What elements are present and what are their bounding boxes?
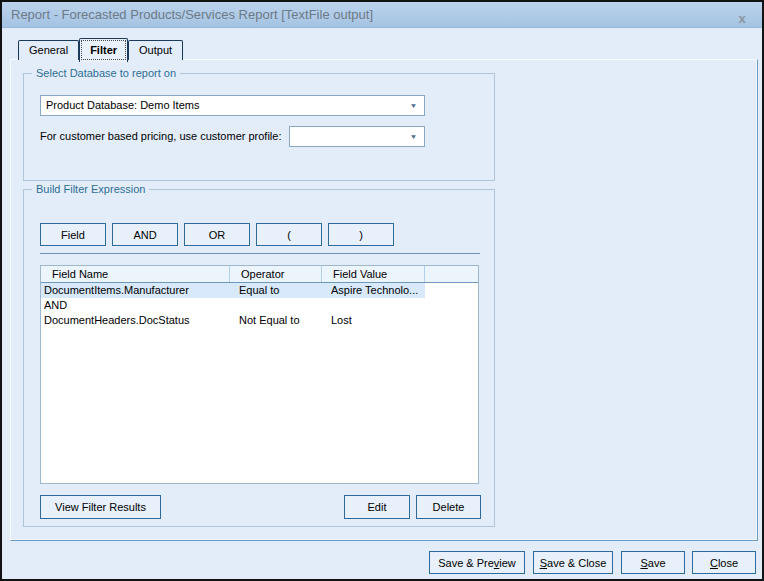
edit-button[interactable]: Edit — [344, 495, 410, 519]
chevron-down-icon[interactable]: ▼ — [407, 131, 420, 141]
select-database-group: Select Database to report on Product Dat… — [23, 73, 495, 181]
build-filter-group: Build Filter Expression Field AND OR ( )… — [23, 189, 495, 527]
title-bar: Report - Forecasted Products/Services Re… — [2, 2, 762, 28]
cell-field-value[interactable]: Aspire Technolo... — [322, 283, 425, 298]
column-header-blank — [425, 266, 478, 282]
save-and-close-button[interactable]: Save & Close — [533, 551, 613, 574]
field-button[interactable]: Field — [40, 223, 106, 246]
filter-tab-page: Select Database to report on Product Dat… — [10, 59, 758, 541]
column-header-field-value[interactable]: Field Value — [322, 266, 425, 282]
column-header-operator[interactable]: Operator — [230, 266, 322, 282]
table-row[interactable]: DocumentItems.Manufacturer Equal to Aspi… — [41, 283, 478, 298]
table-header-row: Field Name Operator Field Value — [41, 266, 478, 283]
database-dropdown[interactable]: Product Database: Demo Items ▼ — [40, 95, 425, 116]
customer-profile-label: For customer based pricing, use customer… — [40, 130, 282, 142]
close-button[interactable]: Close — [692, 551, 756, 574]
database-dropdown-value: Product Database: Demo Items — [46, 99, 199, 111]
cell-field-value[interactable]: Lost — [322, 313, 425, 328]
delete-button[interactable]: Delete — [416, 495, 481, 519]
tab-output[interactable]: Output — [128, 40, 183, 60]
cell-operator[interactable]: Equal to — [230, 283, 322, 298]
cell-field-value[interactable] — [322, 298, 425, 313]
cell-operator[interactable] — [230, 298, 322, 313]
tab-strip: General Filter Output — [18, 39, 183, 60]
cell-blank — [425, 313, 478, 328]
table-row[interactable]: DocumentHeaders.DocStatus Not Equal to L… — [41, 313, 478, 328]
open-paren-button[interactable]: ( — [256, 223, 322, 246]
close-icon[interactable]: x — [734, 6, 750, 31]
or-button[interactable]: OR — [184, 223, 250, 246]
divider — [40, 253, 480, 254]
view-filter-results-button[interactable]: View Filter Results — [40, 495, 161, 519]
build-filter-group-title: Build Filter Expression — [32, 183, 149, 195]
select-database-group-title: Select Database to report on — [32, 67, 180, 79]
cell-field-name[interactable]: DocumentItems.Manufacturer — [41, 283, 230, 298]
tab-general[interactable]: General — [18, 40, 79, 60]
table-row[interactable]: AND — [41, 298, 478, 313]
report-dialog: Report - Forecasted Products/Services Re… — [0, 0, 764, 581]
cell-field-name[interactable]: DocumentHeaders.DocStatus — [41, 313, 230, 328]
tab-filter[interactable]: Filter — [79, 38, 128, 62]
save-button[interactable]: Save — [621, 551, 685, 574]
and-button[interactable]: AND — [112, 223, 178, 246]
cell-blank — [425, 298, 478, 313]
window-title: Report - Forecasted Products/Services Re… — [11, 7, 373, 22]
close-paren-button[interactable]: ) — [328, 223, 394, 246]
cell-blank — [425, 283, 478, 298]
customer-profile-dropdown[interactable]: ▼ — [289, 126, 425, 147]
save-and-preview-button[interactable]: Save & Preview — [429, 551, 525, 574]
cell-field-name[interactable]: AND — [41, 298, 230, 313]
column-header-field-name[interactable]: Field Name — [41, 266, 230, 282]
chevron-down-icon[interactable]: ▼ — [407, 100, 420, 110]
cell-operator[interactable]: Not Equal to — [230, 313, 322, 328]
filter-expression-table[interactable]: Field Name Operator Field Value Document… — [40, 265, 479, 484]
